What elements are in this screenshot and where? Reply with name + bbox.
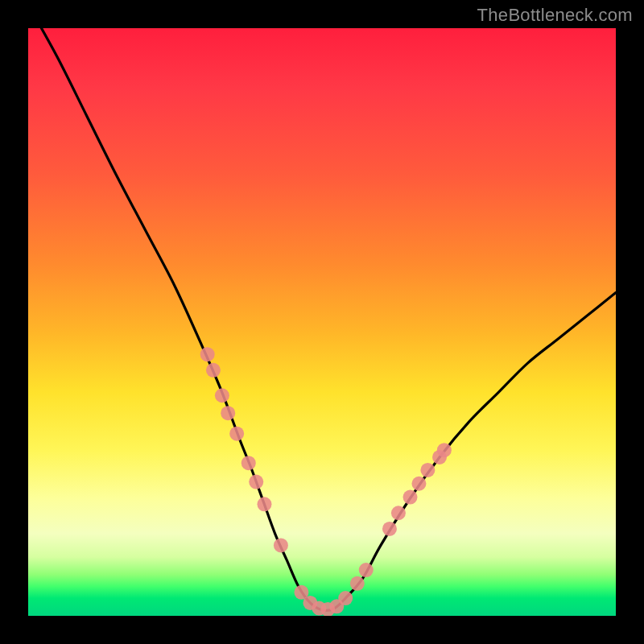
plot-area xyxy=(28,28,616,616)
data-marker xyxy=(206,363,221,378)
data-marker xyxy=(249,475,263,489)
data-marker xyxy=(350,576,365,591)
data-marker xyxy=(200,347,215,361)
watermark-text: TheBottleneck.com xyxy=(477,5,633,26)
data-marker xyxy=(242,456,256,470)
data-marker xyxy=(437,443,452,457)
chart-frame: TheBottleneck.com xyxy=(0,0,644,644)
data-marker xyxy=(257,497,271,511)
bottleneck-chart xyxy=(28,28,616,616)
data-marker xyxy=(221,406,235,420)
data-marker xyxy=(391,506,406,520)
data-marker xyxy=(420,463,435,477)
data-marker xyxy=(215,388,229,402)
data-marker xyxy=(274,538,288,552)
data-marker xyxy=(229,427,244,441)
data-marker xyxy=(411,477,426,491)
data-marker xyxy=(382,522,397,536)
data-marker xyxy=(338,591,353,605)
curve-line xyxy=(28,28,616,610)
data-marker xyxy=(403,490,418,505)
data-marker xyxy=(359,563,374,577)
